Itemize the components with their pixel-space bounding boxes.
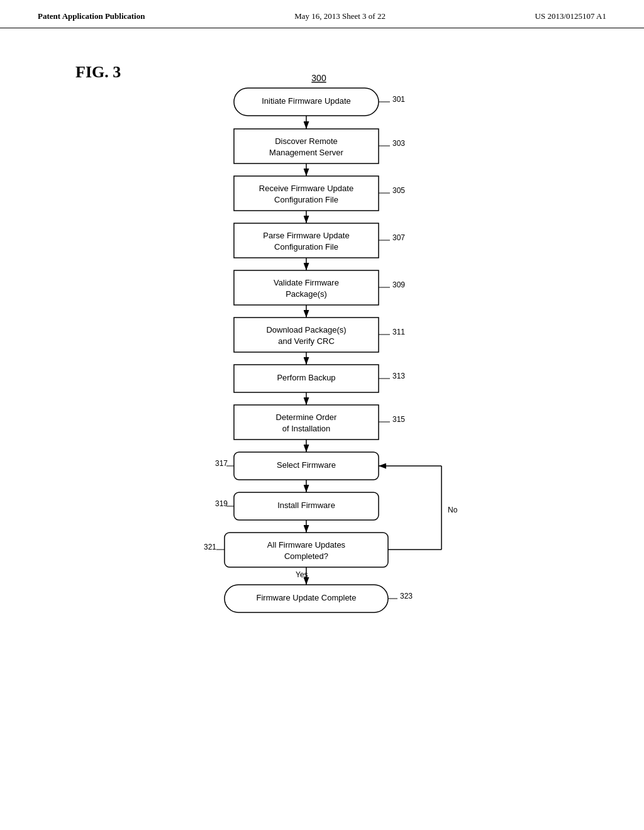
flowchart-svg: 300 Initiate Firmware Update 301 Discove… — [133, 66, 511, 758]
node-303-text-1: Discover Remote — [275, 136, 338, 146]
node-309-text-1: Validate Firmware — [274, 278, 339, 287]
no-label: No — [448, 506, 458, 514]
node-311 — [234, 318, 379, 352]
ref-321: 321 — [204, 543, 216, 551]
ref-315: 315 — [392, 415, 405, 424]
node-321 — [225, 533, 388, 567]
node-315-text-2: of Installation — [282, 424, 331, 433]
ref-309: 309 — [392, 280, 405, 289]
node-303-text-2: Management Server — [269, 148, 343, 157]
node-305-text-1: Receive Firmware Update — [259, 184, 353, 193]
node-307-text-1: Parse Firmware Update — [263, 231, 349, 240]
node-301-text: Initiate Firmware Update — [262, 96, 351, 106]
flowchart-diagram: 300 Initiate Firmware Update 301 Discove… — [0, 66, 644, 758]
node-315 — [234, 405, 379, 440]
ref-307: 307 — [392, 233, 405, 242]
ref-311: 311 — [392, 328, 405, 336]
node-307-text-2: Configuration File — [274, 242, 338, 252]
node-317-text: Select Firmware — [277, 460, 336, 470]
node-315-text-1: Determine Order — [276, 412, 337, 422]
node-305 — [234, 176, 379, 211]
node-311-text-2: and Verify CRC — [278, 336, 335, 346]
node-309-text-2: Package(s) — [286, 289, 327, 299]
node-303 — [234, 129, 379, 163]
ref-301: 301 — [392, 95, 405, 104]
node-305-text-2: Configuration File — [274, 195, 338, 204]
sheet-info: May 16, 2013 Sheet 3 of 22 — [294, 11, 386, 21]
ref-305: 305 — [392, 186, 405, 195]
node-319-text: Install Firmware — [277, 501, 335, 510]
node-309 — [234, 270, 379, 305]
page-header: Patent Application Publication May 16, 2… — [0, 0, 644, 28]
node-323-text: Firmware Update Complete — [257, 593, 357, 602]
ref-319: 319 — [215, 499, 228, 508]
ref-317: 317 — [215, 459, 228, 468]
node-321-text-2: Completed? — [284, 551, 328, 561]
node-311-text-1: Download Package(s) — [266, 325, 346, 335]
node-313-text: Perform Backup — [277, 373, 335, 382]
publication-label: Patent Application Publication — [38, 11, 145, 21]
node-307 — [234, 223, 379, 258]
diagram-number: 300 — [311, 73, 326, 83]
patent-number: US 2013/0125107 A1 — [535, 11, 606, 21]
ref-313: 313 — [392, 372, 405, 380]
ref-323: 323 — [400, 592, 413, 600]
ref-303: 303 — [392, 139, 405, 148]
node-321-text-1: All Firmware Updates — [267, 540, 346, 550]
